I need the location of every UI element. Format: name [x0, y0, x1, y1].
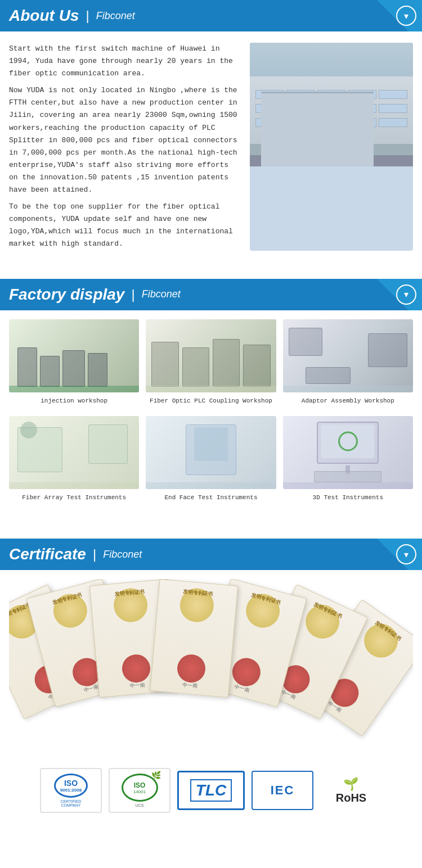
- factory-subtitle: Fibconet: [142, 288, 181, 300]
- rohs-badge: 🌱 RoHS: [320, 771, 382, 810]
- about-divider: |: [86, 8, 89, 24]
- iso14001-badge: ISO 14001 🌿 UCS: [109, 768, 170, 813]
- about-chevron-button[interactable]: ▾: [396, 6, 416, 26]
- cert-content: 中一南 中一南 中一南 中一南 中一南 中一南: [0, 570, 422, 831]
- factory-image-3: [283, 319, 413, 392]
- about-paragraph-1: Start with the first switch machine of H…: [9, 43, 241, 80]
- iso14001-number: 14001: [133, 789, 146, 794]
- about-paragraph-2: Now YUDA is not only located in Ningbo ,…: [9, 84, 241, 196]
- about-building-image: [250, 43, 413, 251]
- factory-item-2: Fiber Optic PLC Coupling Workshop: [146, 319, 276, 405]
- cert-title: Certificate: [9, 545, 86, 563]
- about-paragraph-3: To be the top one supplier for the fiber…: [9, 201, 241, 250]
- factory-item-1: injection workshop: [9, 319, 139, 405]
- factory-item-6: 3D Test Instruments: [283, 416, 413, 501]
- iso14001-circle-container: ISO 14001 🌿: [122, 774, 158, 802]
- iec-badge: IEC: [252, 771, 313, 810]
- factory-header: Factory display | Fibconet ▾: [0, 279, 422, 310]
- factory-caption-6: 3D Test Instruments: [313, 494, 383, 501]
- tlc-badge: TLC: [177, 771, 245, 810]
- factory-title: Factory display: [9, 286, 124, 304]
- rohs-leaf-icon: 🌱: [343, 777, 358, 792]
- iso9001-badge: ISO 9001:2008 CERTIFIEDCOMPANY: [40, 768, 102, 813]
- factory-image-4: [9, 416, 139, 489]
- cert-card-4: 中一南: [150, 579, 238, 698]
- iso9001-circle: ISO 9001:2008: [54, 774, 88, 798]
- cert-fan-display: 中一南 中一南 中一南 中一南 中一南 中一南: [9, 579, 413, 759]
- factory-item-5: End Face Test Instruments: [146, 416, 276, 501]
- cert-chevron-button[interactable]: ▾: [396, 544, 416, 564]
- rohs-content: 🌱 RoHS: [336, 777, 366, 804]
- factory-section: Factory display | Fibconet ▾: [0, 279, 422, 522]
- factory-image-2: [146, 319, 276, 392]
- about-content: Start with the first switch machine of H…: [0, 31, 422, 262]
- factory-image-6: [283, 416, 413, 489]
- factory-image-1: [9, 319, 139, 392]
- cert-divider: |: [93, 546, 96, 562]
- about-header: About Us | Fibconet ▾: [0, 0, 422, 31]
- chevron-down-icon: ▾: [404, 549, 408, 560]
- iso9001-label: CERTIFIEDCOMPANY: [61, 799, 82, 807]
- factory-row-2: Fiber Array Test Instruments End Face Te…: [9, 416, 413, 501]
- factory-grid: injection workshop Fiber Optic PLC Coupl…: [0, 310, 422, 522]
- iec-text: IEC: [271, 783, 295, 798]
- cert-header: Certificate | Fibconet ▾: [0, 539, 422, 570]
- chevron-down-icon: ▾: [404, 11, 408, 21]
- iso9001-number: 9001:2008: [60, 788, 82, 793]
- iso14001-text: ISO: [134, 781, 146, 789]
- about-subtitle: Fibconet: [96, 10, 135, 22]
- factory-chevron-button[interactable]: ▾: [396, 284, 416, 305]
- leaf-decoration: 🌿: [151, 771, 161, 780]
- factory-caption-5: End Face Test Instruments: [164, 494, 257, 501]
- about-title: About Us: [9, 7, 79, 25]
- about-section: About Us | Fibconet ▾ Start with the fir…: [0, 0, 422, 262]
- factory-image-5: [146, 416, 276, 489]
- iso9001-text: ISO: [64, 779, 78, 788]
- factory-item-4: Fiber Array Test Instruments: [9, 416, 139, 501]
- certificate-section: Certificate | Fibconet ▾ 中一南 中一南 中一南: [0, 539, 422, 831]
- building-illustration: [250, 43, 413, 166]
- factory-divider: |: [131, 287, 134, 302]
- factory-caption-4: Fiber Array Test Instruments: [22, 494, 126, 501]
- iso14001-ucs-label: UCS: [136, 803, 144, 807]
- cert-seal-3: [121, 653, 151, 684]
- factory-caption-1: injection workshop: [41, 397, 107, 405]
- factory-caption-2: Fiber Optic PLC Coupling Workshop: [150, 397, 272, 405]
- logo-badges-row: ISO 9001:2008 CERTIFIEDCOMPANY ISO 14001…: [9, 759, 413, 822]
- factory-caption-3: Adaptor Assembly Workshop: [302, 397, 394, 405]
- factory-item-3: Adaptor Assembly Workshop: [283, 319, 413, 405]
- tlc-text: TLC: [190, 779, 232, 802]
- cert-seal-4: [176, 653, 206, 684]
- chevron-down-icon: ▾: [404, 289, 408, 300]
- cert-subtitle: Fibconet: [103, 549, 142, 560]
- about-text-block: Start with the first switch machine of H…: [9, 43, 241, 251]
- factory-row-1: injection workshop Fiber Optic PLC Coupl…: [9, 319, 413, 405]
- rohs-label: RoHS: [336, 792, 366, 804]
- cert-seal-5: [229, 655, 263, 689]
